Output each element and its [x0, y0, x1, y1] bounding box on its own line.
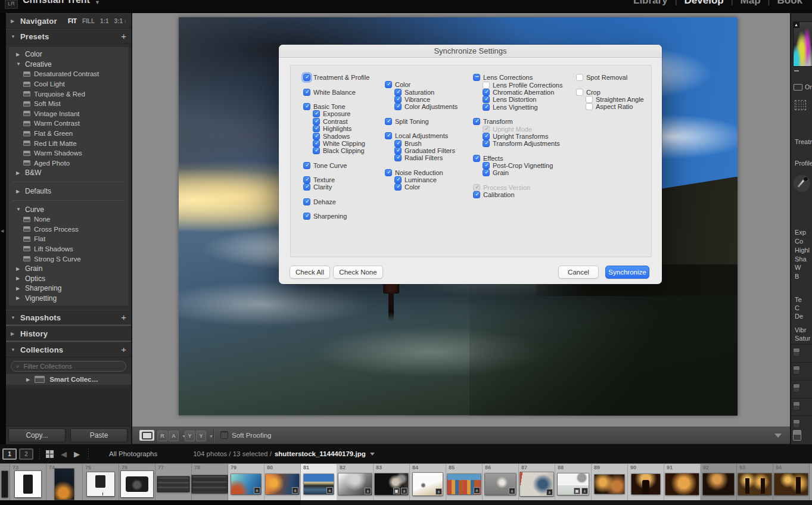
checkbox[interactable] [394, 183, 402, 191]
preset-row[interactable]: Vintage Instant [9, 109, 128, 119]
disclosure-triangle-icon[interactable]: ▶ [11, 331, 16, 336]
preset-row[interactable]: Defaults [9, 186, 128, 197]
sync-option[interactable]: Luminance [394, 176, 458, 183]
active-view-button[interactable]: A [169, 431, 179, 441]
histogram[interactable] [793, 21, 812, 67]
adjustment-badge-icon[interactable]: ± [401, 488, 407, 494]
disclosure-triangle-icon[interactable] [16, 61, 21, 67]
sync-option[interactable]: Straighten Angle [586, 96, 644, 103]
disclosure-triangle-icon[interactable] [16, 295, 21, 301]
checkbox[interactable] [483, 126, 490, 133]
filmstrip-cell[interactable]: 76 ▣ ± [119, 464, 155, 501]
checkbox[interactable] [586, 96, 593, 103]
sync-option[interactable]: Tone Curve [303, 162, 369, 169]
photo-thumbnail[interactable]: ▣ ± [2, 471, 8, 497]
filmstrip-cell[interactable]: 78 ▣ ± [192, 464, 228, 501]
checkbox[interactable] [313, 147, 320, 154]
filmstrip-source[interactable]: All Photographs [109, 450, 157, 457]
sync-option[interactable]: Transform [473, 118, 562, 125]
preset-row[interactable]: Creative [9, 60, 128, 70]
zoom-option[interactable]: FIT [68, 18, 77, 24]
checkbox[interactable] [303, 103, 310, 110]
sync-option[interactable]: Vibrance [394, 96, 458, 103]
photo-thumbnail[interactable]: ▣ ± [231, 474, 261, 494]
photo-thumbnail[interactable]: ▣ ± [87, 472, 114, 496]
checkbox[interactable] [394, 140, 402, 147]
sync-option[interactable]: Lens Corrections [473, 74, 562, 81]
photo-thumbnail[interactable]: ▣ ± [665, 473, 699, 495]
checkbox[interactable] [313, 125, 320, 132]
preset-row[interactable]: Lift Shadows [9, 244, 128, 254]
preset-row[interactable] [9, 196, 128, 204]
panel-toggle-switch[interactable] [793, 384, 800, 392]
preset-row[interactable]: Vignetting [9, 294, 128, 304]
checkbox[interactable] [394, 89, 402, 96]
toolbar-options-chevron-icon[interactable] [774, 434, 782, 438]
checkbox[interactable] [385, 81, 392, 88]
panel-master-toggle[interactable] [793, 430, 801, 441]
preset-row[interactable]: Grain [9, 264, 128, 274]
checkbox[interactable] [385, 169, 392, 176]
panel-toggle-switch[interactable] [793, 348, 800, 357]
checkbox[interactable] [483, 162, 490, 169]
filmstrip-cell[interactable]: 74 ▣ ± [46, 464, 83, 501]
zoom-option[interactable]: 3:1 [114, 18, 126, 24]
preset-row[interactable]: Curve [9, 204, 128, 214]
module-tab[interactable]: Develop [668, 0, 724, 13]
photo-thumbnail[interactable]: ▣ ± [375, 473, 408, 495]
sync-option[interactable]: Brush [394, 139, 458, 146]
sync-option[interactable]: Exposure [313, 110, 369, 117]
zoom-option[interactable]: FILL [82, 18, 95, 24]
photo-thumbnail[interactable]: ▣ ± [558, 473, 589, 495]
grid-view-icon[interactable] [46, 450, 54, 458]
filmstrip-cell[interactable]: 91 ▣ ± [664, 464, 701, 501]
preset-row[interactable] [9, 178, 128, 186]
sync-option[interactable]: Contrast [313, 118, 369, 125]
filmstrip-cell[interactable]: 79 ▣ ± [228, 464, 265, 501]
module-tab[interactable]: Library [633, 0, 668, 13]
sync-option[interactable]: Upright Mode [483, 125, 562, 132]
preset-row[interactable]: Warm Contrast [9, 119, 128, 129]
filmstrip-cell[interactable]: 87 ▣ ± [519, 464, 555, 501]
preset-row[interactable]: Strong S Curve [9, 254, 128, 264]
filmstrip-cell[interactable]: 86 ▣ ± [483, 464, 519, 501]
preset-row[interactable]: Flat & Green [9, 129, 128, 139]
photo-thumbnail[interactable]: ▣ ± [485, 473, 516, 495]
reference-view-button[interactable]: R [157, 431, 167, 441]
checkbox[interactable] [483, 169, 490, 176]
navigator-header[interactable]: ▶ Navigator FIT FILL 1:1 3:1 [6, 13, 131, 29]
filmstrip-cell[interactable]: 93 ▣ ± [737, 464, 773, 501]
checkbox[interactable] [473, 118, 480, 125]
disclosure-triangle-icon[interactable] [16, 276, 21, 281]
copy-button[interactable]: Copy... [8, 429, 66, 442]
loupe-view-button[interactable] [139, 430, 154, 441]
soft-proofing-control[interactable]: Soft Proofing [220, 431, 271, 439]
panel-toggle-switch[interactable] [793, 401, 800, 410]
sync-option[interactable]: Saturation [394, 88, 458, 95]
checkbox[interactable] [473, 191, 480, 198]
filmstrip-cell[interactable]: 73 ▣ ± [10, 464, 46, 501]
sync-option[interactable]: Split Toning [385, 118, 458, 125]
checkbox[interactable] [313, 110, 320, 117]
sync-option[interactable]: Color Adjustments [394, 103, 458, 110]
checkbox[interactable] [303, 213, 310, 220]
soft-proofing-checkbox[interactable] [220, 431, 228, 439]
checkbox[interactable] [303, 89, 310, 96]
filmstrip-cell[interactable]: 77 ▣ ± [155, 464, 192, 501]
preset-row[interactable]: Sharpening [9, 283, 128, 294]
disclosure-triangle-icon[interactable]: ▼ [11, 347, 16, 353]
checkbox[interactable] [303, 74, 310, 81]
after-view-button[interactable]: Y [196, 431, 206, 441]
history-header[interactable]: ▶ History [6, 326, 131, 342]
presets-header[interactable]: ▼ Presets + [6, 29, 131, 44]
checkbox[interactable] [303, 162, 310, 169]
sync-option[interactable]: Aspect Ratio [586, 103, 644, 110]
check-none-button[interactable]: Check None [333, 266, 383, 279]
sync-option[interactable]: Lens Distortion [483, 96, 562, 103]
preset-row[interactable]: Cross Process [9, 225, 128, 235]
sync-option[interactable]: Radial Filters [394, 154, 458, 161]
adjustment-badge-icon[interactable]: ± [581, 488, 588, 494]
add-collection-button[interactable]: + [121, 345, 126, 354]
sync-option[interactable]: Basic Tone [303, 103, 369, 110]
checkbox[interactable] [394, 154, 402, 161]
